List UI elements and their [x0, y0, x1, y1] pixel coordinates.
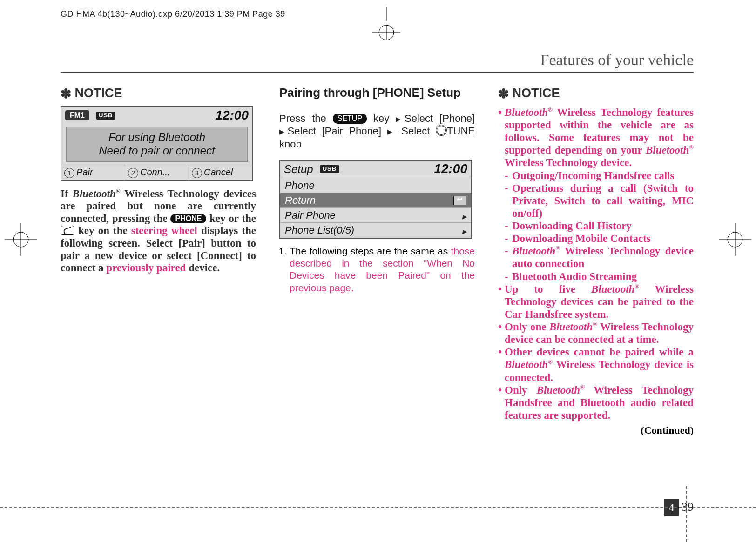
page-number: 439: [664, 499, 694, 516]
lcd2-usb-badge: USB: [320, 165, 339, 173]
lcd1-opt2: 2Conn...: [125, 165, 189, 180]
cut-line-vertical: [686, 486, 687, 542]
feature-cannot-pair: Other devices cannot be paired while a B…: [498, 346, 694, 383]
feature-intro: Bluetooth® Wireless Technology features …: [498, 106, 694, 283]
notice-heading-right: ✽ NOTICE: [498, 86, 694, 101]
running-header: Features of your vehicle: [61, 51, 694, 73]
crop-mark-top: [368, 7, 405, 44]
section-number: 4: [664, 499, 679, 516]
lcd1-opt1: 1Pair: [61, 165, 125, 180]
header-title: Features of your vehicle: [540, 51, 694, 68]
step-1: The following steps are the same as thos…: [290, 245, 475, 294]
continued-label: (Continued): [498, 424, 694, 436]
lcd1-line1: For using Bluetooth: [69, 131, 244, 144]
lcd2-row-pairphone: Pair Phone: [280, 207, 471, 222]
feature-only-handsfree: Only Bluetooth® Wireless Technology Hand…: [498, 384, 694, 422]
lcd2-row-phonelist: Phone List(0/5): [280, 222, 471, 237]
sub-contacts: Downloading Mobile Contacts: [505, 232, 694, 245]
lcd2-title: Setup: [284, 163, 313, 176]
tune-knob-icon: [436, 125, 447, 136]
lcd1-opt3: 3Cancel: [189, 165, 252, 180]
lcd2-row-phone: Phone: [280, 178, 471, 193]
lcd1-mode-badge: FM1: [65, 110, 89, 120]
lcd-screenshot-setup: Setup USB 12:00 Phone Return Pair Phone …: [279, 160, 472, 238]
column-left: ✽ NOTICE FM1 USB 12:00 For using Bluetoo…: [61, 86, 256, 436]
setup-key-badge: SETUP: [333, 114, 367, 124]
chevron-right-icon: [462, 209, 466, 221]
registration-mark-left: [5, 223, 37, 258]
registration-mark-right: [719, 223, 751, 258]
phone-key-badge: PHONE: [170, 214, 206, 224]
cut-line-horizontal: [0, 507, 756, 508]
lcd1-usb-badge: USB: [96, 112, 115, 120]
feature-up-to-five: Up to five Bluetooth® Wireless Technolog…: [498, 283, 694, 321]
column-right: ✽ NOTICE Bluetooth® Wireless Technology …: [498, 86, 694, 436]
call-key-icon: [61, 226, 74, 235]
feature-only-one: Only one Bluetooth® Wireless Technology …: [498, 321, 694, 346]
col2-instruction: Press the SETUP key ▶Select [Phone] ▶Sel…: [279, 112, 475, 151]
notice-label: NOTICE: [75, 86, 122, 100]
col1-paragraph: If Bluetooth® Wireless Technology device…: [61, 187, 256, 274]
notice-heading-left: ✽ NOTICE: [61, 86, 256, 101]
pairing-heading: Pairing through [PHONE] Setup: [279, 86, 475, 100]
col3-body: Bluetooth® Wireless Technology features …: [498, 106, 694, 436]
column-middle: Pairing through [PHONE] Setup Press the …: [279, 86, 475, 436]
sub-audio-streaming: Bluetooth Audio Streaming: [505, 270, 694, 283]
lcd2-clock: 12:00: [434, 161, 467, 176]
return-icon: [453, 196, 466, 205]
lcd1-line2: Need to pair or connect: [69, 144, 244, 158]
print-slug: GD HMA 4b(130~Audio).qxp 6/20/2013 1:39 …: [61, 9, 285, 19]
sub-call-ops: Operations during a call (Switch to Priv…: [505, 182, 694, 220]
sub-auto-connection: Bluetooth® Wireless Technology device au…: [505, 245, 694, 270]
lcd1-clock: 12:00: [215, 108, 249, 123]
lcd-screenshot-pair: FM1 USB 12:00 For using Bluetooth Need t…: [61, 106, 253, 181]
lcd2-row-return: Return: [280, 193, 471, 207]
chevron-right-icon: [462, 224, 466, 236]
notice-label: NOTICE: [513, 86, 560, 100]
col2-steps: The following steps are the same as thos…: [279, 245, 475, 294]
sub-handsfree-calls: Outgoing/Incoming Handsfree calls: [505, 169, 694, 182]
sub-call-history: Downloading Call History: [505, 220, 694, 232]
